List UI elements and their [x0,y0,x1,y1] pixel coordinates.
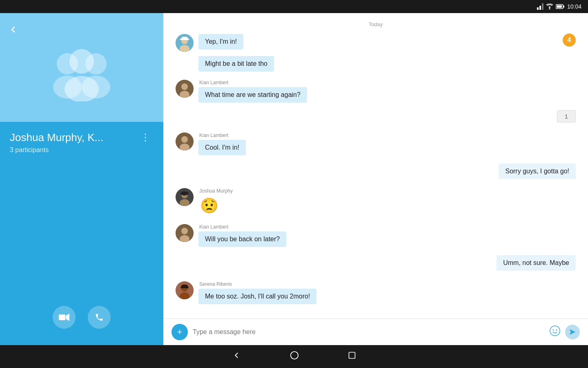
message-content: Kian Lambert Will you be back on later? [198,224,286,247]
reaction-row: 1 [176,110,576,123]
sender-name: Serena Riberio [198,281,316,287]
group-name-row: Joshua Murphy, K... ⋮ [10,130,154,145]
emoji-button[interactable] [550,325,560,339]
notification-badge: 4 [563,34,576,47]
main-content: Joshua Murphy, K... ⋮ 3 participants [0,13,588,345]
avatar [176,132,194,150]
date-divider: Today [176,21,576,27]
participants-count: 3 participants [10,146,154,154]
svg-point-39 [291,352,298,359]
wifi-icon [546,4,553,9]
message-content: Joshua Murphy 😟 [198,188,233,216]
kian-avatar-icon3 [176,224,194,242]
message-bubble: Sorry guys, I gotta go! [499,164,576,179]
emoji-bubble: 😟 [198,195,233,216]
status-icons: 10:04 [537,3,581,10]
table-row: Kian Lambert Will you be back on later? [176,224,576,247]
avatar [176,281,194,299]
emoji-icon [550,325,560,336]
message-content: Kian Lambert Cool. I'm in! [198,132,246,155]
message-bubble: Me too soz. Josh, I'll call you 2moro! [198,289,316,304]
message-content: Serena Riberio Me too soz. Josh, I'll ca… [198,281,316,304]
group-avatar-icon [41,48,122,101]
message-content: Might be a bit late tho [198,56,274,72]
svg-marker-13 [66,314,69,321]
svg-point-37 [556,330,557,331]
battery-icon [556,4,565,9]
svg-rect-12 [59,314,65,320]
chat-messages[interactable]: 4 Today Yep, I'm in! [163,13,588,319]
table-row: Might be a bit late tho [198,56,576,72]
svg-point-28 [180,191,189,195]
reaction-badge: 1 [557,110,576,123]
nav-home-icon [290,351,299,360]
send-button[interactable] [565,325,580,339]
svg-marker-2 [542,3,543,10]
svg-rect-4 [563,6,564,8]
message-input[interactable] [193,328,545,336]
table-row: Kian Lambert Cool. I'm in! [176,132,576,155]
chat-input-area: + [163,319,588,345]
svg-marker-0 [537,7,539,10]
message-bubble: Might be a bit late tho [198,56,274,72]
kian-avatar-icon [176,80,194,98]
video-icon [59,313,69,321]
voice-call-button[interactable] [88,306,111,329]
table-row: Joshua Murphy 😟 [176,188,576,216]
sender-name: Joshua Murphy [198,188,233,194]
message-bubble: What time are we starting again? [198,87,307,103]
table-row: Serena Riberio Me too soz. Josh, I'll ca… [176,281,576,304]
avatar [176,188,194,206]
message-bubble: Will you be back on later? [198,231,286,247]
avatar [176,34,194,52]
message-content: Yep, I'm in! [198,34,243,49]
chat-area: 4 Today Yep, I'm in! [163,13,588,345]
more-options-button[interactable]: ⋮ [137,130,154,145]
avatar [176,80,194,98]
status-bar: 10:04 [0,0,588,13]
nav-back-button[interactable] [232,351,241,362]
nav-back-icon [232,351,241,360]
svg-point-11 [65,76,99,101]
group-name: Joshua Murphy, K... [10,131,103,144]
nav-bar [0,345,588,368]
phone-icon [95,313,104,322]
signal-icon [537,3,543,10]
svg-point-36 [553,330,554,331]
message-bubble: Umm, not sure. Maybe [497,255,576,271]
svg-point-10 [69,49,94,74]
sidebar-actions [10,306,154,337]
nav-home-button[interactable] [290,351,299,362]
video-call-button[interactable] [53,306,76,329]
message-bubble: Cool. I'm in! [198,140,246,155]
message-bubble: Yep, I'm in! [198,34,243,49]
joshua-avatar-icon [176,188,194,206]
status-time: 10:04 [567,3,581,10]
serena-avatar-icon [176,281,194,299]
table-row: Yep, I'm in! [176,34,576,52]
back-button[interactable] [0,21,26,40]
svg-point-35 [550,326,560,336]
nav-recents-button[interactable] [348,351,356,362]
svg-point-23 [181,136,188,143]
avatar [176,224,194,242]
svg-point-30 [181,228,188,234]
add-attachment-button[interactable]: + [172,324,188,340]
group-avatar [0,40,163,114]
table-row: Sorry guys, I gotta go! [176,164,576,179]
svg-point-20 [181,83,188,90]
svg-rect-5 [557,5,562,8]
send-icon [569,328,576,336]
kian-avatar-icon2 [176,132,194,150]
self-avatar-icon [176,34,194,52]
svg-rect-18 [182,37,187,40]
svg-marker-1 [539,6,541,10]
sidebar-bottom: Joshua Murphy, K... ⋮ 3 participants [0,122,163,345]
sidebar-top [0,13,163,122]
message-content: Kian Lambert What time are we starting a… [198,80,307,103]
svg-marker-38 [570,329,575,335]
svg-rect-40 [349,352,355,359]
table-row: Kian Lambert What time are we starting a… [176,80,576,103]
sender-name: Kian Lambert [198,224,286,230]
sender-name: Kian Lambert [198,80,307,85]
